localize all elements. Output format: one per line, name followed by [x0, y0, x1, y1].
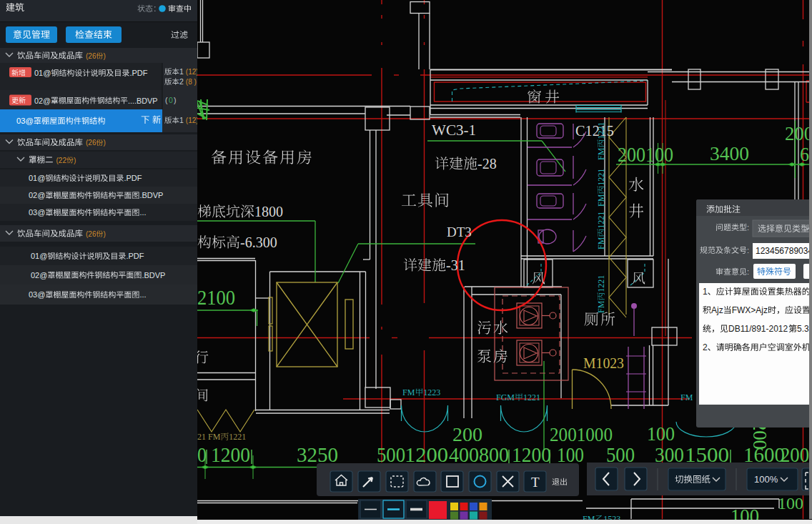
- svg-text:C1215: C1215: [575, 122, 614, 139]
- svg-text:): ): [74, 157, 76, 164]
- svg-text:-6.300: -6.300: [240, 234, 277, 250]
- svg-text:200: 200: [785, 122, 812, 144]
- svg-text:03@: 03@: [16, 117, 34, 125]
- svg-text:400: 400: [449, 443, 479, 466]
- svg-text:1: 1: [703, 287, 708, 297]
- svg-text:(26: (26: [86, 230, 96, 238]
- svg-text:1223: 1223: [423, 387, 440, 397]
- svg-text:FM: FM: [596, 300, 606, 313]
- svg-text:2: 2: [179, 77, 184, 86]
- svg-text:0: 0: [197, 443, 207, 466]
- svg-text:02@: 02@: [31, 271, 47, 280]
- svg-text:1221: 1221: [523, 392, 540, 402]
- svg-text:FM: FM: [596, 237, 606, 249]
- svg-text:1221: 1221: [596, 275, 606, 292]
- svg-text:3400: 3400: [710, 142, 749, 164]
- svg-text:...: ...: [139, 208, 146, 217]
- svg-text:03@: 03@: [29, 208, 45, 217]
- svg-text:1200: 1200: [405, 443, 448, 466]
- svg-text:1200: 1200: [211, 443, 250, 466]
- svg-text:FWX>Ajz: FWX>Ajz: [732, 305, 768, 315]
- svg-text:(12): (12): [186, 68, 199, 76]
- svg-text:1221: 1221: [596, 212, 606, 229]
- svg-text:....BDVP: ....BDVP: [128, 97, 157, 105]
- svg-text:800: 800: [479, 443, 509, 466]
- svg-text:.PDF: .PDF: [126, 252, 144, 260]
- svg-text:2: 2: [703, 342, 708, 352]
- svg-text:(: (: [165, 96, 168, 104]
- svg-text:12345678903456: 12345678903456: [756, 246, 812, 256]
- svg-text:1800: 1800: [254, 204, 283, 219]
- svg-text:.PDF: .PDF: [129, 69, 147, 77]
- svg-text:FM: FM: [596, 147, 606, 160]
- svg-text:...: ...: [139, 290, 146, 299]
- svg-text:200: 200: [452, 424, 482, 445]
- svg-text:.BDVP: .BDVP: [139, 191, 163, 199]
- svg-text:M1023: M1023: [583, 355, 624, 371]
- svg-text:21 FM: 21 FM: [197, 432, 221, 442]
- svg-text:6: 6: [800, 143, 809, 165]
- svg-text:(26: (26: [86, 52, 96, 60]
- svg-text:500: 500: [377, 443, 405, 466]
- svg-text:1200: 1200: [512, 443, 551, 466]
- svg-text:T: T: [531, 475, 540, 490]
- svg-text:): ): [104, 52, 106, 60]
- svg-text:.BDVP: .BDVP: [142, 271, 165, 280]
- svg-text:1: 1: [179, 67, 184, 76]
- svg-text:): ): [104, 139, 106, 147]
- svg-text::: :: [747, 267, 749, 276]
- svg-text:200100: 200100: [618, 143, 673, 166]
- svg-text::: :: [747, 223, 749, 232]
- svg-text:2100: 2100: [197, 285, 235, 309]
- svg-text:DT3: DT3: [447, 224, 472, 239]
- svg-text:1: 1: [179, 116, 184, 124]
- svg-text:(26: (26: [86, 139, 96, 147]
- svg-text:01@: 01@: [31, 252, 47, 260]
- svg-text:(12): (12): [186, 117, 199, 124]
- svg-text:1221: 1221: [596, 122, 606, 139]
- svg-text:(22: (22: [56, 157, 67, 164]
- svg-text:Ajz: Ajz: [711, 305, 723, 315]
- svg-text:FGM: FGM: [496, 392, 515, 402]
- svg-text:FM: FM: [402, 387, 415, 397]
- svg-text:-28: -28: [477, 156, 497, 172]
- svg-text:02@: 02@: [29, 191, 45, 199]
- svg-text:WC3-1: WC3-1: [432, 122, 476, 139]
- svg-text:100%: 100%: [754, 474, 778, 485]
- svg-text:3250: 3250: [297, 443, 338, 466]
- svg-text:1221: 1221: [229, 432, 246, 442]
- svg-text:1221: 1221: [596, 169, 606, 186]
- svg-text:): ): [104, 230, 106, 238]
- svg-text:0: 0: [169, 96, 173, 104]
- svg-text:2001000: 2001000: [550, 424, 613, 445]
- svg-text:-31: -31: [446, 257, 465, 273]
- svg-text:100: 100: [557, 443, 584, 466]
- svg-text::: :: [747, 246, 749, 254]
- svg-text:(8 ): (8 ): [186, 78, 197, 86]
- svg-text:100: 100: [778, 494, 803, 513]
- svg-text:100: 100: [647, 423, 675, 445]
- svg-text:.PDF: .PDF: [124, 174, 142, 182]
- svg-text:03@: 03@: [29, 290, 45, 299]
- svg-text:): ): [174, 96, 177, 104]
- svg-text:02@: 02@: [34, 97, 51, 105]
- svg-text:01@: 01@: [34, 69, 51, 77]
- svg-text:FM: FM: [680, 392, 693, 402]
- svg-text:01@: 01@: [29, 174, 45, 182]
- svg-text:FM: FM: [596, 194, 606, 207]
- svg-text:DB11/891-2012: DB11/891-2012: [728, 324, 788, 334]
